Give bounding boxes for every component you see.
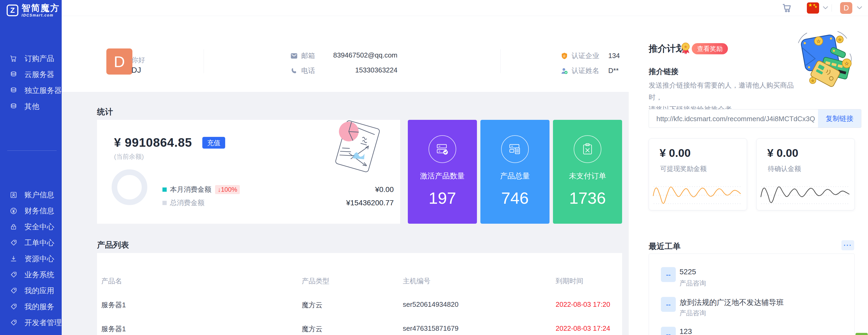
database-icon <box>9 71 18 79</box>
verify-company-row: 企 认证企业 134 <box>561 51 620 60</box>
active-products-card: 激活产品数量 197 <box>408 120 477 224</box>
referral-link-title: 推介链接 <box>649 66 678 77</box>
legend-month-label: 本月消费金额 <box>170 185 211 194</box>
header-divider <box>832 4 832 12</box>
svg-text:★: ★ <box>838 38 841 41</box>
total-products-card: 产品总量 746 <box>480 120 550 224</box>
brand-domain: IDCSmart.com <box>22 13 60 17</box>
pending-sparkline-chart <box>760 180 851 207</box>
sidebar-item-my-apps[interactable]: 我的应用 <box>0 283 62 299</box>
list-item[interactable]: -- 放到法规的广泛地不发达辅导班 产品咨询 <box>649 297 855 326</box>
download-icon <box>9 255 18 263</box>
ticket-id-icon: -- <box>661 297 676 312</box>
stats-section-title: 统计 <box>97 107 113 117</box>
product-expire-time: 2022-08-03 17:20 <box>556 300 610 309</box>
recent-tickets-list: -- 5225 产品咨询 -- 放到法规的广泛地不发达辅导班 产品咨询 -- 1… <box>649 253 855 335</box>
recent-tickets-title: 最近工单 <box>649 241 681 252</box>
product-host-id: ser476315871679 <box>403 324 459 333</box>
brand-logo[interactable]: Z 智简魔方 IDCSmart.com <box>7 3 60 17</box>
report-illustration <box>326 120 387 176</box>
cart-button[interactable] <box>782 3 793 13</box>
company-shield-icon: 企 <box>561 53 568 59</box>
unpaid-orders-value: 1736 <box>553 189 622 207</box>
verify-name-value: D** <box>608 66 619 75</box>
ticket-id-icon: -- <box>661 327 676 335</box>
col-header-host-id: 主机编号 <box>403 276 430 286</box>
legend-month-value: ¥0.00 <box>375 185 394 194</box>
wallet-illustration: ★ ★ ★ ★ <box>790 28 854 89</box>
sidebar-item-ticket-center[interactable]: 工单中心 <box>0 235 62 251</box>
withdrawable-amount: ¥ 0.00 <box>659 147 691 160</box>
list-item[interactable]: -- 123 <box>649 327 855 335</box>
col-header-type: 产品类型 <box>302 276 330 286</box>
metric-circle <box>574 135 601 163</box>
ticket-title: 5225 <box>680 268 696 276</box>
pending-amount-card: ¥ 0.00 待确认金额 <box>756 138 855 211</box>
withdrawable-sparkline-chart <box>653 180 743 207</box>
col-header-name: 产品名 <box>101 276 122 286</box>
user-menu-chevron-down-icon[interactable] <box>857 6 862 9</box>
user-card-icon <box>9 191 18 199</box>
language-flag-button[interactable]: ★ ★ ★ <box>807 2 819 13</box>
product-expire-time: 2022-08-03 17:24 <box>556 324 610 333</box>
sidebar-item-other[interactable]: 其他 <box>0 99 62 114</box>
server-check-icon <box>435 142 449 156</box>
user-name: DJ <box>131 65 141 75</box>
lock-icon <box>9 223 18 231</box>
consumption-donut-chart <box>112 169 147 205</box>
cart-icon <box>9 55 18 62</box>
clipboard-x-icon <box>581 142 594 156</box>
tag-icon <box>9 239 18 247</box>
language-chevron-down-icon[interactable] <box>823 6 828 9</box>
sidebar-item-order-products[interactable]: 订购产品 <box>0 51 62 66</box>
database-icon <box>9 87 18 94</box>
sidebar-item-business-system[interactable]: 业务系统 <box>0 267 62 283</box>
database-icon <box>9 103 18 111</box>
sidebar-account-group: 账户信息 财务信息 安全中心 工单中心 资源中心 业务系统 <box>0 187 62 331</box>
products-section-title: 产品列表 <box>97 240 129 251</box>
legend-total-value: ¥15436200.77 <box>346 199 394 207</box>
product-type: 魔方云 <box>302 300 322 310</box>
sidebar-item-dedicated-server[interactable]: 独立服务器 <box>0 83 62 99</box>
svg-text:★: ★ <box>684 45 687 49</box>
sidebar-item-finance-info[interactable]: 财务信息 <box>0 203 62 219</box>
svg-text:企: 企 <box>563 54 566 57</box>
view-rewards-badge[interactable]: 查看奖励 <box>692 43 728 54</box>
info-divider <box>500 49 501 73</box>
verify-company-value: 134 <box>608 52 620 60</box>
email-value: 839467502@qq.com <box>286 51 398 59</box>
sidebar-item-resource-center[interactable]: 资源中心 <box>0 251 62 267</box>
brand-logo-icon: Z <box>7 4 18 16</box>
brand-name: 智简魔方 <box>22 3 60 12</box>
sidebar-item-my-services[interactable]: 我的服务 <box>0 299 62 315</box>
withdrawable-reward-card: ¥ 0.00 可提现奖励金额 <box>649 138 747 211</box>
cart-icon <box>782 3 793 13</box>
medal-icon: ★ <box>679 41 692 55</box>
recharge-button[interactable]: 充值 <box>202 137 225 148</box>
referral-link-box[interactable]: http://kfc.idcsmart.com/recommend/J4i8MC… <box>649 109 861 128</box>
tag-icon <box>9 271 18 279</box>
legend-total-row: 总消费金额 ¥15436200.77 <box>162 198 394 207</box>
sidebar-item-security-center[interactable]: 安全中心 <box>0 219 62 235</box>
legend-total-label: 总消费金额 <box>170 198 205 207</box>
list-item[interactable]: -- 5225 产品咨询 <box>649 267 855 297</box>
tickets-more-button[interactable]: ··· <box>841 240 854 250</box>
copy-link-button[interactable]: 复制链接 <box>818 109 861 128</box>
balance-caption: (当前余额) <box>114 152 144 161</box>
chat-float-button[interactable] <box>856 333 868 335</box>
verify-name-label: 认证姓名 <box>571 66 599 75</box>
dashboard-page: Z 智简魔方 IDCSmart.com 订购产品 云服务器 独立服务器 其他 <box>0 0 868 335</box>
sidebar-item-developer-admin[interactable]: 开发者管理 <box>0 315 62 331</box>
legend-month-swatch <box>162 188 167 192</box>
pending-label: 待确认金额 <box>768 164 801 173</box>
col-header-expire: 到期时间 <box>556 276 583 286</box>
sidebar-item-cloud-server[interactable]: 云服务器 <box>0 66 62 83</box>
user-avatar-button[interactable]: D <box>840 2 852 14</box>
withdrawable-label: 可提现奖励金额 <box>660 164 707 173</box>
legend-month-row: 本月消费金额 ↓100% ¥0.00 <box>162 185 394 194</box>
user-info-bar: D 你好 DJ 邮箱 839467502@qq.com 电话 153303632… <box>62 16 629 92</box>
metric-circle <box>429 135 456 163</box>
ticket-category: 产品咨询 <box>680 279 706 287</box>
sidebar-item-account-info[interactable]: 账户信息 <box>0 187 62 203</box>
ticket-title: 放到法规的广泛地不发达辅导班 <box>680 298 784 308</box>
